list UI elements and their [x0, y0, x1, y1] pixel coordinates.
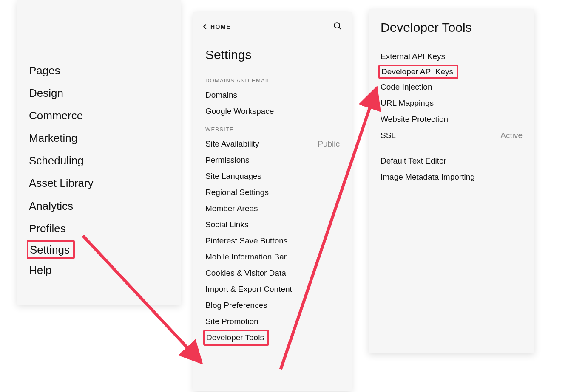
settings-item-permissions[interactable]: Permissions	[193, 152, 352, 168]
svg-line-1	[339, 28, 341, 30]
settings-item-pinterest-save[interactable]: Pinterest Save Buttons	[193, 233, 352, 249]
settings-item-mobile-info-bar[interactable]: Mobile Information Bar	[193, 249, 352, 265]
nav-item-asset-library[interactable]: Asset Library	[17, 172, 181, 195]
search-icon	[333, 21, 342, 31]
nav-item-marketing[interactable]: Marketing	[17, 127, 181, 149]
settings-item-domains[interactable]: Domains	[193, 87, 352, 103]
nav-item-settings[interactable]: Settings	[30, 243, 70, 256]
settings-item-developer-tools[interactable]: Developer Tools	[206, 333, 264, 342]
dev-item-url-mappings[interactable]: URL Mappings	[369, 95, 534, 111]
back-button[interactable]: HOME	[202, 23, 231, 30]
settings-item-site-promotion[interactable]: Site Promotion	[193, 313, 352, 330]
nav-item-design[interactable]: Design	[17, 82, 181, 104]
nav-item-analytics[interactable]: Analytics	[17, 195, 181, 217]
settings-item-social-links[interactable]: Social Links	[193, 217, 352, 233]
settings-header: HOME	[193, 21, 352, 40]
settings-item-import-export[interactable]: Import & Export Content	[193, 281, 352, 297]
settings-item-google-workspace[interactable]: Google Workspace	[193, 103, 352, 119]
status-text: Active	[500, 131, 523, 140]
settings-panel: HOME Settings DOMAINS AND EMAIL Domains …	[193, 12, 352, 391]
dev-item-website-protection[interactable]: Website Protection	[369, 111, 534, 127]
settings-item-site-languages[interactable]: Site Languages	[193, 168, 352, 184]
dev-item-ssl[interactable]: SSLActive	[369, 127, 534, 144]
developer-tools-panel: Developer Tools External API Keys Develo…	[369, 9, 534, 353]
dev-item-code-injection[interactable]: Code Injection	[369, 79, 534, 95]
settings-item-site-availability[interactable]: Site AvailabilityPublic	[193, 136, 352, 152]
dev-item-external-api-keys[interactable]: External API Keys	[369, 48, 534, 65]
settings-item-cookies[interactable]: Cookies & Visitor Data	[193, 265, 352, 281]
section-label-website: WEBSITE	[193, 119, 352, 136]
section-label-domains: DOMAINS AND EMAIL	[193, 71, 352, 87]
highlight-developer-api-keys: Developer API Keys	[378, 65, 458, 79]
settings-item-blog-prefs[interactable]: Blog Preferences	[193, 297, 352, 313]
highlight-settings: Settings	[27, 240, 75, 259]
back-label: HOME	[210, 23, 231, 30]
highlight-developer-tools: Developer Tools	[203, 330, 269, 346]
dev-item-default-text-editor[interactable]: Default Text Editor	[369, 153, 534, 169]
nav-item-pages[interactable]: Pages	[17, 59, 181, 82]
nav-item-scheduling[interactable]: Scheduling	[17, 149, 181, 172]
chevron-left-icon	[202, 24, 208, 30]
main-nav-panel: Pages Design Commerce Marketing Scheduli…	[17, 0, 181, 305]
status-text: Public	[318, 139, 340, 149]
svg-point-0	[334, 23, 340, 28]
settings-item-regional-settings[interactable]: Regional Settings	[193, 184, 352, 200]
dev-title: Developer Tools	[369, 19, 534, 48]
nav-item-commerce[interactable]: Commerce	[17, 104, 181, 127]
search-button[interactable]	[333, 21, 342, 32]
nav-item-help[interactable]: Help	[17, 259, 181, 282]
dev-item-developer-api-keys[interactable]: Developer API Keys	[381, 67, 453, 76]
settings-title: Settings	[193, 40, 352, 71]
settings-item-member-areas[interactable]: Member Areas	[193, 200, 352, 217]
nav-item-profiles[interactable]: Profiles	[17, 217, 181, 240]
dev-item-image-metadata[interactable]: Image Metadata Importing	[369, 169, 534, 185]
